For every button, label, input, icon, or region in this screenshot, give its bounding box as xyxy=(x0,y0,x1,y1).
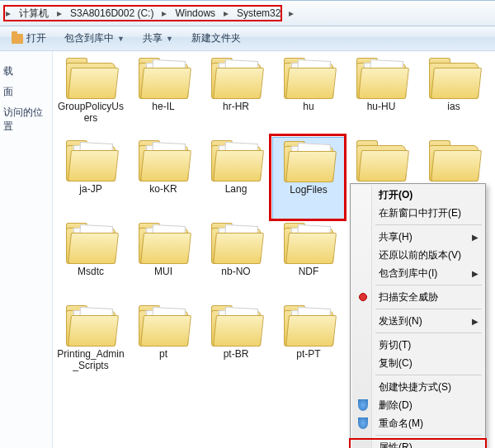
ctx-delete[interactable]: 删除(D) xyxy=(352,396,483,414)
folder-item[interactable]: ja-JP xyxy=(54,137,127,219)
ctx-copy[interactable]: 复制(C) xyxy=(352,354,483,372)
folder-item[interactable]: pt-BR xyxy=(200,302,272,384)
folder-icon xyxy=(356,140,406,182)
sidebar-item[interactable]: 访问的位置 xyxy=(3,106,49,134)
folder-icon xyxy=(66,140,116,182)
newfolder-label: 新建文件夹 xyxy=(191,31,241,45)
folder-item[interactable]: ias xyxy=(417,54,490,137)
open-button[interactable]: 打开 xyxy=(5,29,53,49)
folder-label: hu xyxy=(303,101,314,112)
ctx-create-shortcut[interactable]: 创建快捷方式(S) xyxy=(352,378,483,396)
folder-item[interactable]: MUI xyxy=(127,219,200,302)
ctx-rename[interactable]: 重命名(M) xyxy=(352,414,483,432)
folder-icon xyxy=(284,305,333,347)
ctx-send-to[interactable]: 发送到(N)▶ xyxy=(352,312,483,330)
folder-icon xyxy=(139,58,188,99)
ctx-open[interactable]: 打开(O) xyxy=(352,186,483,204)
highlight-annotation xyxy=(349,438,487,448)
breadcrumb-windows[interactable]: Windows xyxy=(169,5,221,22)
ctx-cut[interactable]: 剪切(T) xyxy=(352,336,483,354)
folder-item[interactable]: GroupPolicyUsers xyxy=(54,54,127,137)
folder-icon xyxy=(66,58,116,99)
folder-item[interactable]: hu-HU xyxy=(345,54,417,137)
chevron-right-icon: ▸ xyxy=(3,7,13,19)
scan-icon xyxy=(356,290,370,304)
folder-label: nb-NO xyxy=(221,266,250,277)
ctx-include-in-library[interactable]: 包含到库中(I)▶ xyxy=(352,264,483,282)
folder-label: Msdtc xyxy=(78,266,104,277)
breadcrumb-drive[interactable]: S3A8016D002 (C:) xyxy=(64,5,159,22)
folder-item[interactable]: nb-NO xyxy=(200,219,272,302)
separator xyxy=(375,375,482,375)
folder-icon xyxy=(211,140,261,182)
chevron-right-icon: ▸ xyxy=(221,7,231,19)
folder-label: GroupPolicyUsers xyxy=(56,101,125,124)
separator xyxy=(375,332,482,333)
ctx-scan-threat[interactable]: 扫描安全威胁 xyxy=(352,288,483,306)
breadcrumb-computer[interactable]: 计算机 xyxy=(13,5,54,22)
folder-item[interactable]: ko-KR xyxy=(127,137,200,219)
folder-label: ja-JP xyxy=(79,183,101,195)
chevron-right-icon: ▸ xyxy=(54,7,64,19)
folder-icon xyxy=(139,140,188,182)
folder-label: ias xyxy=(447,101,460,112)
folder-icon xyxy=(139,223,188,264)
folder-icon xyxy=(284,223,333,264)
folder-item[interactable]: NDF xyxy=(272,219,345,302)
folder-item-selected[interactable]: LogFiles xyxy=(272,137,345,219)
include-in-library-button[interactable]: 包含到库中 ▼ xyxy=(58,29,131,49)
folder-item[interactable]: pt-PT xyxy=(272,302,345,384)
address-bar[interactable]: ▸ 计算机 ▸ S3A8016D002 (C:) ▸ Windows ▸ Sys… xyxy=(0,1,495,26)
folder-label: pt xyxy=(159,348,167,360)
ctx-open-new-window[interactable]: 在新窗口中打开(E) xyxy=(352,204,483,222)
nav-pane[interactable]: 载 面 访问的位置 xyxy=(0,51,53,448)
folder-open-icon xyxy=(12,34,23,44)
folder-item[interactable]: he-IL xyxy=(127,54,200,137)
folder-label: Printing_Admin_Scripts xyxy=(56,348,125,371)
share-button[interactable]: 共享 ▼ xyxy=(136,29,180,49)
folder-item[interactable]: hr-HR xyxy=(200,54,272,137)
folder-icon xyxy=(66,223,116,264)
ctx-share[interactable]: 共享(H)▶ xyxy=(352,228,483,246)
folder-item[interactable]: pt xyxy=(127,302,200,384)
folder-icon xyxy=(429,140,478,182)
ctx-restore-previous[interactable]: 还原以前的版本(V) xyxy=(352,246,483,264)
share-label: 共享 xyxy=(143,31,163,45)
toolbar: 打开 包含到库中 ▼ 共享 ▼ 新建文件夹 xyxy=(0,26,495,51)
folder-icon xyxy=(429,58,478,99)
open-label: 打开 xyxy=(26,31,46,45)
breadcrumb-system32[interactable]: System32 xyxy=(231,5,286,22)
chevron-down-icon: ▼ xyxy=(117,35,125,43)
chevron-right-icon: ▸ xyxy=(286,7,296,19)
folder-label: hu-HU xyxy=(367,101,396,112)
folder-label: Lang xyxy=(225,183,248,195)
chevron-right-icon: ▶ xyxy=(472,269,478,278)
chevron-right-icon: ▶ xyxy=(472,233,478,242)
chevron-down-icon: ▼ xyxy=(166,35,173,43)
shield-icon xyxy=(356,417,370,430)
sidebar-item[interactable]: 载 xyxy=(3,64,49,78)
folder-icon xyxy=(211,305,261,347)
file-list[interactable]: GroupPolicyUsers he-IL hr-HR hu hu-HU ia… xyxy=(53,51,495,448)
include-label: 包含到库中 xyxy=(64,31,114,45)
folder-label: MUI xyxy=(154,266,172,277)
context-menu: 打开(O) 在新窗口中打开(E) 共享(H)▶ 还原以前的版本(V) 包含到库中… xyxy=(350,183,486,448)
folder-item[interactable]: Msdtc xyxy=(54,219,127,302)
folder-icon xyxy=(211,223,261,264)
folder-icon xyxy=(356,58,406,99)
folder-label: NDF xyxy=(299,266,319,277)
separator xyxy=(375,309,482,309)
folder-icon xyxy=(66,305,116,347)
new-folder-button[interactable]: 新建文件夹 xyxy=(185,29,248,49)
folder-icon xyxy=(139,305,188,347)
sidebar-item[interactable]: 面 xyxy=(3,85,49,99)
folder-label: pt-PT xyxy=(296,348,320,360)
folder-label: ko-KR xyxy=(149,183,177,195)
folder-icon xyxy=(284,58,333,99)
folder-item[interactable]: Printing_Admin_Scripts xyxy=(54,302,127,384)
folder-item[interactable]: hu xyxy=(272,54,345,137)
separator xyxy=(375,285,482,285)
folder-item[interactable]: Lang xyxy=(200,137,272,219)
folder-icon xyxy=(284,141,333,182)
folder-label: he-IL xyxy=(152,101,174,112)
